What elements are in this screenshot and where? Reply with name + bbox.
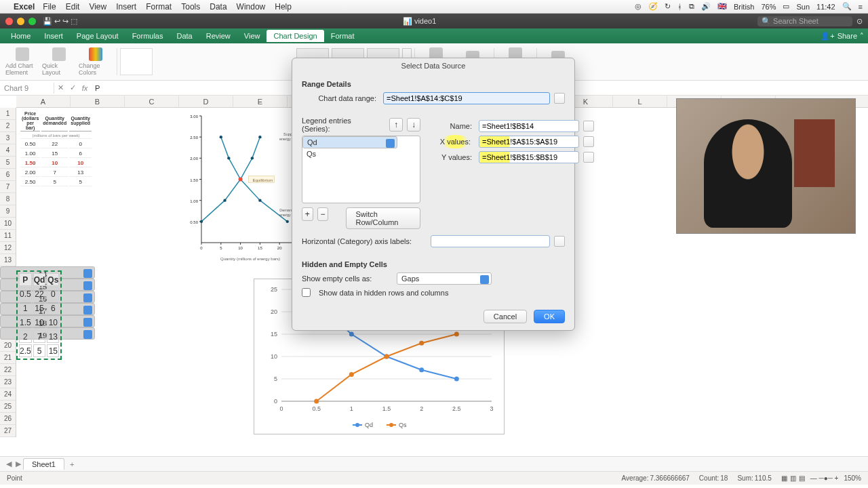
view-break-icon[interactable]: ▤ [799, 474, 805, 482]
chart-styles-gallery[interactable] [120, 48, 296, 75]
cancel-button[interactable]: Cancel [484, 310, 527, 323]
switch-row-column-button[interactable]: Switch Row/Column [346, 207, 420, 229]
menu-help[interactable]: Help [275, 2, 292, 12]
app-name[interactable]: Excel [14, 2, 35, 12]
cancel-formula[interactable]: ✕ [54, 83, 66, 92]
svg-text:2.00: 2.00 [190, 157, 198, 161]
sheet1-tab[interactable]: Sheet1 [23, 458, 64, 470]
svg-text:20: 20 [271, 308, 277, 315]
show-hidden-checkbox[interactable] [302, 288, 311, 297]
x-values-input[interactable] [479, 136, 579, 148]
supply-demand-table[interactable]: PQdQs 0.522011561.5101027132.5515 [16, 270, 62, 360]
ribbon-toggle-icon[interactable]: ⊙ [856, 17, 863, 26]
tab-insert[interactable]: Insert [37, 30, 70, 42]
y-values-input[interactable] [479, 151, 579, 163]
x-values-label: X values: [431, 138, 472, 146]
svg-point-73 [454, 332, 459, 337]
siri-icon[interactable]: ◎ [635, 2, 642, 11]
last-sheet[interactable]: ▶ [16, 460, 21, 468]
tab-home[interactable]: Home [4, 30, 37, 42]
macos-menubar: Excel File Edit View Insert Format Tools… [0, 0, 868, 14]
series-qd[interactable]: Qd [302, 136, 397, 148]
menu-view[interactable]: View [89, 2, 106, 12]
tab-data[interactable]: Data [170, 30, 199, 42]
tab-pagelayout[interactable]: Page Layout [70, 30, 125, 42]
empty-cells-select[interactable]: Gaps [397, 272, 492, 285]
menu-edit[interactable]: Edit [66, 2, 80, 12]
series-up[interactable]: ↑ [389, 118, 403, 131]
series-listbox[interactable]: Qd Qs [302, 136, 420, 203]
range-picker-icon[interactable] [554, 93, 565, 104]
select-data-source-dialog: Select Data Source Range Details Chart d… [292, 58, 575, 331]
tab-view[interactable]: View [237, 30, 267, 42]
tab-format[interactable]: Format [324, 30, 361, 42]
series-down[interactable]: ↓ [407, 118, 420, 131]
notifications-icon[interactable]: ≡ [859, 3, 863, 11]
series-qs[interactable]: Qs [302, 148, 420, 159]
tab-review[interactable]: Review [199, 30, 237, 42]
mode: Point [7, 474, 22, 482]
input-lang[interactable]: British [734, 3, 755, 11]
bluetooth-icon[interactable]: ᚼ [677, 3, 682, 11]
haxis-picker-icon[interactable] [554, 236, 565, 247]
menu-format[interactable]: Format [146, 2, 172, 12]
fx-icon[interactable]: fx [79, 84, 91, 92]
tab-chartdesign[interactable]: Chart Design [267, 30, 323, 42]
safari-icon[interactable]: 🧭 [648, 2, 658, 11]
quick-layout[interactable]: Quick Layout [42, 46, 76, 77]
timemachine-icon[interactable]: ↻ [665, 2, 671, 11]
view-layout-icon[interactable]: ▥ [790, 474, 796, 482]
remove-series[interactable]: − [317, 207, 329, 221]
accept-formula[interactable]: ✓ [66, 83, 79, 92]
name-box[interactable]: Chart 9 [0, 83, 54, 94]
wifi-icon[interactable]: ⧉ [689, 2, 694, 11]
series-name-input[interactable] [479, 120, 579, 132]
svg-text:15: 15 [258, 246, 262, 250]
clock-time[interactable]: 11:42 [816, 3, 835, 11]
haxis-input[interactable] [431, 235, 550, 247]
tab-formulas[interactable]: Formulas [125, 30, 170, 42]
doc-icon: 📊 [403, 17, 414, 25]
change-colors[interactable]: Change Colors [79, 46, 113, 77]
view-normal-icon[interactable]: ▦ [781, 474, 787, 482]
share-button[interactable]: 👤+ Share ˄ [821, 32, 864, 41]
volume-icon[interactable]: 🔊 [701, 2, 711, 11]
battery[interactable]: 76% [761, 3, 776, 11]
zoom-slider[interactable]: — ─●─ + [810, 474, 839, 482]
ok-button[interactable]: OK [534, 310, 565, 323]
menu-data[interactable]: Data [210, 2, 226, 12]
menu-window[interactable]: Window [237, 2, 266, 12]
first-sheet[interactable]: ◀ [6, 460, 12, 468]
equilibrium-chart[interactable]: 0.501.001.502.002.503.000510152025Equili… [182, 110, 304, 263]
chart-range-input[interactable] [383, 92, 550, 104]
y-picker-icon[interactable] [583, 152, 594, 163]
zoom-value[interactable]: 150% [844, 474, 861, 482]
row-headers[interactable]: 1234567891011121314151617181920212223242… [0, 108, 16, 437]
svg-text:0.5: 0.5 [312, 405, 321, 412]
y-values-label: Y values: [431, 153, 472, 161]
add-sheet[interactable]: + [70, 460, 74, 468]
add-series[interactable]: + [302, 207, 313, 221]
spotlight-icon[interactable]: 🔍 [842, 2, 852, 11]
menu-insert[interactable]: Insert [116, 2, 136, 12]
svg-point-31 [286, 220, 289, 223]
search-sheet[interactable]: 🔍 Search Sheet [757, 16, 852, 26]
flag-icon[interactable]: 🇬🇧 [717, 2, 727, 11]
svg-text:1: 1 [350, 405, 353, 412]
svg-point-78 [389, 423, 393, 427]
autosave-icon[interactable]: 💾 ↩ ↪ ⬚ [43, 17, 77, 26]
menu-file[interactable]: File [43, 2, 56, 12]
clock-day[interactable]: Sun [796, 3, 810, 11]
small-data-table: Price (dollars per bar)Quantity demanded… [19, 109, 93, 188]
svg-point-68 [454, 377, 459, 382]
name-picker-icon[interactable] [583, 121, 594, 131]
minimize-window[interactable] [17, 18, 24, 25]
add-chart-element[interactable]: Add Chart Element [5, 46, 39, 77]
x-picker-icon[interactable] [583, 136, 594, 147]
menu-tools[interactable]: Tools [181, 2, 200, 12]
svg-text:2.50: 2.50 [190, 136, 198, 140]
close-window[interactable] [5, 18, 13, 25]
zoom-window[interactable] [28, 18, 36, 25]
svg-text:Equilibrium: Equilibrium [253, 178, 273, 182]
formula-value[interactable]: P [91, 83, 104, 94]
